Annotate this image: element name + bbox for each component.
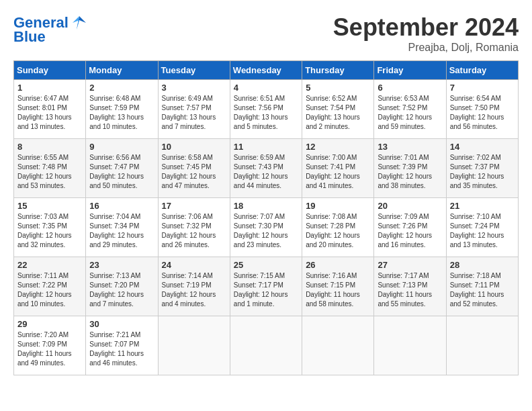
day-number: 14 [450, 142, 515, 152]
day-number: 23 [89, 260, 154, 270]
day-info: Sunrise: 6:53 AM Sunset: 7:52 PM Dayligh… [378, 94, 442, 132]
calendar-cell: 22Sunrise: 7:11 AM Sunset: 7:22 PM Dayli… [14, 257, 86, 316]
day-number: 27 [378, 260, 442, 270]
calendar-cell: 2Sunrise: 6:48 AM Sunset: 7:59 PM Daylig… [86, 80, 158, 139]
weekday-header: Thursday [302, 61, 374, 80]
calendar-cell [230, 316, 302, 375]
day-info: Sunrise: 6:47 AM Sunset: 8:01 PM Dayligh… [17, 94, 82, 132]
day-number: 11 [234, 142, 298, 152]
svg-marker-1 [73, 16, 79, 30]
day-number: 5 [306, 83, 370, 93]
calendar-cell: 19Sunrise: 7:08 AM Sunset: 7:28 PM Dayli… [302, 198, 374, 257]
day-info: Sunrise: 6:58 AM Sunset: 7:45 PM Dayligh… [162, 153, 226, 191]
day-info: Sunrise: 7:01 AM Sunset: 7:39 PM Dayligh… [378, 153, 442, 191]
calendar-cell [158, 316, 230, 375]
calendar-cell: 8Sunrise: 6:55 AM Sunset: 7:48 PM Daylig… [14, 139, 86, 198]
day-number: 1 [17, 83, 82, 93]
day-number: 19 [306, 201, 370, 211]
page-header: General Blue September 2024 Preajba, Dol… [13, 13, 519, 54]
calendar-header: SundayMondayTuesdayWednesdayThursdayFrid… [14, 61, 519, 80]
day-number: 4 [234, 83, 298, 93]
calendar-cell: 23Sunrise: 7:13 AM Sunset: 7:20 PM Dayli… [86, 257, 158, 316]
calendar-cell: 16Sunrise: 7:04 AM Sunset: 7:34 PM Dayli… [86, 198, 158, 257]
day-number: 10 [162, 142, 226, 152]
calendar-cell [374, 316, 446, 375]
day-number: 6 [378, 83, 442, 93]
calendar-cell [302, 316, 374, 375]
calendar-cell: 21Sunrise: 7:10 AM Sunset: 7:24 PM Dayli… [446, 198, 518, 257]
day-number: 15 [17, 201, 82, 211]
day-info: Sunrise: 6:54 AM Sunset: 7:50 PM Dayligh… [450, 94, 515, 132]
day-info: Sunrise: 7:10 AM Sunset: 7:24 PM Dayligh… [450, 212, 515, 250]
day-number: 16 [89, 201, 154, 211]
day-number: 17 [162, 201, 226, 211]
calendar-cell: 12Sunrise: 7:00 AM Sunset: 7:41 PM Dayli… [302, 139, 374, 198]
location: Preajba, Dolj, Romania [333, 42, 519, 54]
day-number: 7 [450, 83, 515, 93]
calendar-cell: 4Sunrise: 6:51 AM Sunset: 7:56 PM Daylig… [230, 80, 302, 139]
logo: General Blue [13, 13, 89, 46]
day-info: Sunrise: 7:20 AM Sunset: 7:09 PM Dayligh… [17, 330, 82, 368]
day-number: 13 [378, 142, 442, 152]
day-number: 29 [17, 319, 82, 329]
day-info: Sunrise: 7:00 AM Sunset: 7:41 PM Dayligh… [306, 153, 370, 191]
logo-icon [70, 13, 89, 32]
day-info: Sunrise: 7:13 AM Sunset: 7:20 PM Dayligh… [89, 271, 154, 309]
calendar-cell: 14Sunrise: 7:02 AM Sunset: 7:37 PM Dayli… [446, 139, 518, 198]
calendar-cell: 26Sunrise: 7:16 AM Sunset: 7:15 PM Dayli… [302, 257, 374, 316]
calendar-cell: 10Sunrise: 6:58 AM Sunset: 7:45 PM Dayli… [158, 139, 230, 198]
calendar-cell: 11Sunrise: 6:59 AM Sunset: 7:43 PM Dayli… [230, 139, 302, 198]
calendar-cell: 3Sunrise: 6:49 AM Sunset: 7:57 PM Daylig… [158, 80, 230, 139]
weekday-header: Monday [86, 61, 158, 80]
title-block: September 2024 Preajba, Dolj, Romania [333, 13, 519, 54]
day-info: Sunrise: 7:17 AM Sunset: 7:13 PM Dayligh… [378, 271, 442, 309]
day-info: Sunrise: 7:18 AM Sunset: 7:11 PM Dayligh… [450, 271, 515, 309]
day-info: Sunrise: 7:11 AM Sunset: 7:22 PM Dayligh… [17, 271, 82, 309]
calendar-cell: 20Sunrise: 7:09 AM Sunset: 7:26 PM Dayli… [374, 198, 446, 257]
day-info: Sunrise: 6:51 AM Sunset: 7:56 PM Dayligh… [234, 94, 298, 132]
weekday-header: Friday [374, 61, 446, 80]
calendar-cell: 6Sunrise: 6:53 AM Sunset: 7:52 PM Daylig… [374, 80, 446, 139]
day-info: Sunrise: 7:15 AM Sunset: 7:17 PM Dayligh… [234, 271, 298, 309]
calendar-cell: 27Sunrise: 7:17 AM Sunset: 7:13 PM Dayli… [374, 257, 446, 316]
day-number: 22 [17, 260, 82, 270]
calendar-cell: 28Sunrise: 7:18 AM Sunset: 7:11 PM Dayli… [446, 257, 518, 316]
day-number: 30 [89, 319, 154, 329]
day-number: 20 [378, 201, 442, 211]
weekday-header: Saturday [446, 61, 518, 80]
day-number: 28 [450, 260, 515, 270]
day-number: 2 [89, 83, 154, 93]
month-title: September 2024 [333, 13, 519, 42]
day-info: Sunrise: 7:21 AM Sunset: 7:07 PM Dayligh… [89, 330, 154, 368]
weekday-header: Tuesday [158, 61, 230, 80]
calendar-cell: 1Sunrise: 6:47 AM Sunset: 8:01 PM Daylig… [14, 80, 86, 139]
calendar-cell: 9Sunrise: 6:56 AM Sunset: 7:47 PM Daylig… [86, 139, 158, 198]
calendar-cell: 25Sunrise: 7:15 AM Sunset: 7:17 PM Dayli… [230, 257, 302, 316]
calendar-cell: 30Sunrise: 7:21 AM Sunset: 7:07 PM Dayli… [86, 316, 158, 375]
day-info: Sunrise: 7:04 AM Sunset: 7:34 PM Dayligh… [89, 212, 154, 250]
day-info: Sunrise: 7:06 AM Sunset: 7:32 PM Dayligh… [162, 212, 226, 250]
day-number: 3 [162, 83, 226, 93]
day-info: Sunrise: 7:07 AM Sunset: 7:30 PM Dayligh… [234, 212, 298, 250]
calendar-cell: 24Sunrise: 7:14 AM Sunset: 7:19 PM Dayli… [158, 257, 230, 316]
day-info: Sunrise: 7:08 AM Sunset: 7:28 PM Dayligh… [306, 212, 370, 250]
calendar-cell: 13Sunrise: 7:01 AM Sunset: 7:39 PM Dayli… [374, 139, 446, 198]
weekday-header: Wednesday [230, 61, 302, 80]
day-number: 12 [306, 142, 370, 152]
calendar-cell: 7Sunrise: 6:54 AM Sunset: 7:50 PM Daylig… [446, 80, 518, 139]
calendar-cell: 29Sunrise: 7:20 AM Sunset: 7:09 PM Dayli… [14, 316, 86, 375]
day-number: 9 [89, 142, 154, 152]
day-number: 26 [306, 260, 370, 270]
logo-blue: Blue [13, 28, 46, 46]
calendar-body: 1Sunrise: 6:47 AM Sunset: 8:01 PM Daylig… [14, 80, 519, 375]
day-number: 24 [162, 260, 226, 270]
day-info: Sunrise: 7:14 AM Sunset: 7:19 PM Dayligh… [162, 271, 226, 309]
day-info: Sunrise: 6:48 AM Sunset: 7:59 PM Dayligh… [89, 94, 154, 132]
day-number: 8 [17, 142, 82, 152]
calendar-cell: 15Sunrise: 7:03 AM Sunset: 7:35 PM Dayli… [14, 198, 86, 257]
calendar-cell: 5Sunrise: 6:52 AM Sunset: 7:54 PM Daylig… [302, 80, 374, 139]
day-number: 21 [450, 201, 515, 211]
day-number: 18 [234, 201, 298, 211]
weekday-header: Sunday [14, 61, 86, 80]
calendar-cell: 17Sunrise: 7:06 AM Sunset: 7:32 PM Dayli… [158, 198, 230, 257]
